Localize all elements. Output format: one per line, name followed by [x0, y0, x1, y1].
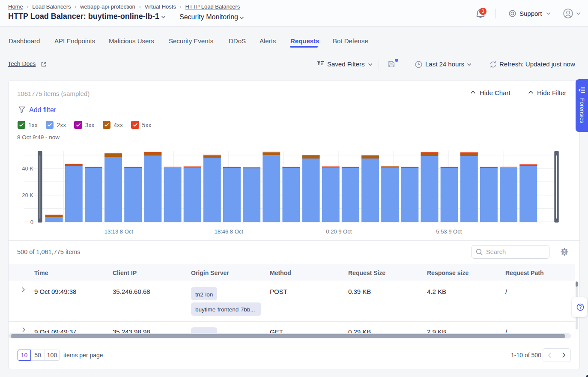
svg-text:18:46 8 Oct: 18:46 8 Oct — [215, 228, 244, 235]
svg-text:5:53 9 Oct: 5:53 9 Oct — [436, 228, 462, 235]
svg-text:0:20 9 Oct: 0:20 9 Oct — [326, 228, 352, 235]
svg-text:40 K: 40 K — [22, 165, 33, 172]
svg-text:0: 0 — [30, 219, 33, 225]
svg-text:20 K: 20 K — [22, 192, 33, 198]
svg-text:13:13 8 Oct: 13:13 8 Oct — [104, 228, 134, 235]
